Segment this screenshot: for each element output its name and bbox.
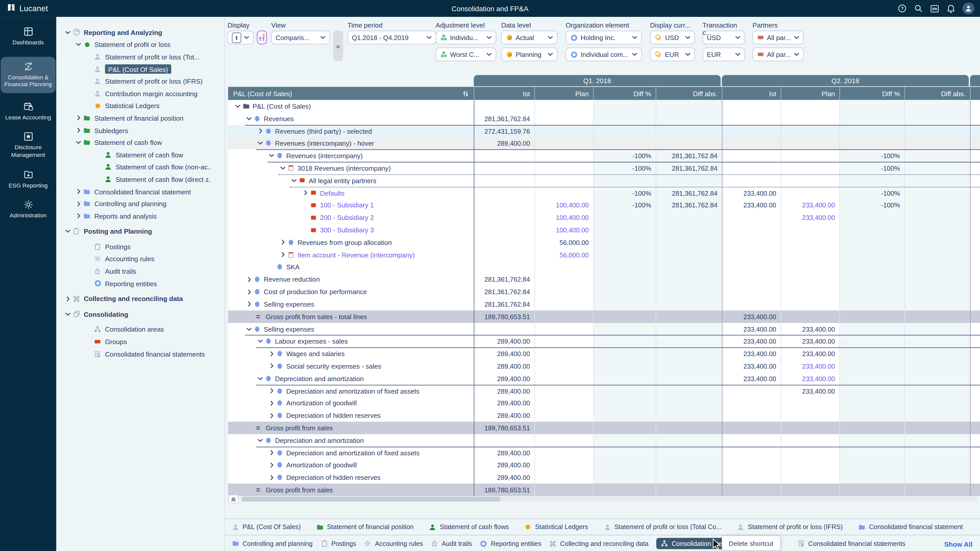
tree-item[interactable]: Statement of cash flow bbox=[56, 149, 224, 161]
cell[interactable] bbox=[781, 410, 839, 422]
table-row[interactable]: =Gross profit from sales189,780,653.51 bbox=[228, 422, 980, 434]
shortcut-item[interactable]: Statement of cash flows bbox=[429, 523, 509, 531]
shortcut-item[interactable]: Accounting rules bbox=[364, 540, 423, 548]
cell[interactable]: 100,400.00 bbox=[535, 224, 593, 236]
tree-item[interactable]: Audit trails bbox=[56, 265, 224, 277]
table-row[interactable]: Depreciation of hidden reserves289,400.0… bbox=[228, 471, 980, 484]
cell[interactable]: 233,400.00 bbox=[722, 323, 781, 335]
cell[interactable] bbox=[593, 397, 655, 410]
cell[interactable] bbox=[593, 236, 655, 249]
cell[interactable] bbox=[593, 310, 655, 323]
tree-item[interactable]: Statistical Ledgers bbox=[56, 100, 224, 112]
scrollbar-thumb[interactable] bbox=[241, 497, 501, 502]
cell[interactable]: 56,000.00 bbox=[535, 236, 593, 249]
cell[interactable]: 233,400.00 bbox=[781, 360, 839, 372]
filter-select[interactable]: All par... bbox=[752, 30, 804, 44]
cell[interactable] bbox=[593, 360, 655, 372]
chevron-right-icon[interactable] bbox=[267, 450, 275, 456]
cell[interactable]: 233,400.00 bbox=[722, 310, 781, 323]
cell[interactable] bbox=[839, 261, 904, 273]
chevron-right-icon[interactable] bbox=[74, 201, 83, 206]
tree-item[interactable]: Statement of cash flow (direct z. bbox=[56, 173, 224, 186]
cell[interactable]: 289,400.00 bbox=[474, 471, 535, 484]
cell[interactable] bbox=[593, 484, 655, 496]
cell[interactable] bbox=[904, 261, 970, 273]
shortcut-item[interactable]: Statistical Ledgers bbox=[524, 523, 588, 531]
cell[interactable] bbox=[474, 211, 535, 224]
cell[interactable]: 289,400.00 bbox=[474, 446, 535, 459]
table-row[interactable]: Depreciation and amortization of fixed a… bbox=[228, 446, 980, 459]
table-row[interactable]: Defaults-100%281,361,762.84233,400.00-10… bbox=[228, 186, 980, 199]
cell[interactable] bbox=[904, 310, 970, 323]
cell[interactable] bbox=[904, 125, 970, 137]
cell[interactable] bbox=[593, 335, 655, 348]
tree-item[interactable]: Statement of profit or loss bbox=[56, 38, 224, 51]
cell[interactable] bbox=[655, 385, 722, 397]
cell[interactable] bbox=[904, 174, 970, 187]
cell[interactable] bbox=[722, 248, 781, 261]
chevron-right-icon[interactable] bbox=[64, 296, 72, 302]
filter-select[interactable]: Q1.2018 - Q4.2019 bbox=[348, 30, 436, 44]
cell[interactable] bbox=[722, 410, 781, 422]
tree-item[interactable]: Consolidated financial statement bbox=[56, 186, 224, 198]
column-header-ist[interactable]: Ist bbox=[474, 87, 535, 100]
cell[interactable] bbox=[839, 248, 904, 261]
shortcut-item[interactable]: Postings bbox=[320, 540, 356, 548]
cell[interactable] bbox=[655, 471, 722, 484]
cell[interactable] bbox=[474, 224, 535, 236]
shortcut-item[interactable]: Controlling and planning bbox=[231, 540, 313, 548]
cell[interactable] bbox=[722, 236, 781, 249]
cell[interactable]: 281,361,762.84 bbox=[655, 186, 722, 199]
tree-item[interactable]: Accounting rules bbox=[56, 253, 224, 265]
cell[interactable]: 281,361,762.84 bbox=[474, 112, 535, 125]
cell[interactable] bbox=[839, 422, 904, 434]
cell[interactable] bbox=[839, 100, 904, 113]
cell[interactable]: 233,400.00 bbox=[722, 335, 781, 348]
cell[interactable]: -100% bbox=[839, 199, 904, 211]
cell[interactable] bbox=[722, 137, 781, 149]
cell[interactable] bbox=[655, 248, 722, 261]
tree-item[interactable]: Consolidation areas bbox=[56, 324, 224, 336]
table-row[interactable]: All legal entity partners bbox=[228, 174, 980, 187]
cell[interactable]: 289,400.00 bbox=[474, 372, 535, 385]
cell[interactable]: 272,431,159.76 bbox=[474, 125, 535, 137]
cell[interactable] bbox=[722, 100, 781, 113]
cell[interactable] bbox=[593, 385, 655, 397]
cell[interactable] bbox=[722, 459, 781, 472]
cell[interactable]: 233,400.00 bbox=[722, 360, 781, 372]
chevron-down-icon[interactable] bbox=[256, 141, 264, 145]
chevron-down-icon[interactable] bbox=[74, 141, 83, 144]
cell[interactable] bbox=[474, 186, 535, 199]
cell[interactable] bbox=[722, 471, 781, 484]
cell[interactable] bbox=[904, 286, 970, 298]
table-row[interactable]: Revenues281,361,762.84 bbox=[228, 112, 980, 125]
cell[interactable] bbox=[839, 446, 904, 459]
cell[interactable] bbox=[535, 137, 593, 149]
column-header-diff-abs[interactable]: Diff abs. bbox=[655, 87, 722, 100]
cell[interactable]: 189,780,653.51 bbox=[474, 422, 535, 434]
tree-item[interactable]: Consolidated financial statements bbox=[56, 348, 224, 360]
cell[interactable] bbox=[839, 286, 904, 298]
table-row[interactable]: Depreciation and amortization289,400.002… bbox=[228, 372, 980, 385]
chevron-right-icon[interactable] bbox=[245, 276, 253, 282]
table-row[interactable]: Social security expenses - sales289,400.… bbox=[228, 360, 980, 372]
cell[interactable] bbox=[655, 459, 722, 472]
simulation-button[interactable] bbox=[257, 30, 267, 44]
cell[interactable] bbox=[593, 459, 655, 472]
sliders-icon[interactable] bbox=[462, 89, 469, 97]
cell[interactable] bbox=[904, 372, 970, 385]
help-icon[interactable]: ? bbox=[897, 4, 907, 13]
column-header-diff-abs[interactable]: Diff abs. bbox=[904, 87, 970, 100]
view-select[interactable]: Comparis... bbox=[271, 30, 330, 44]
cell[interactable] bbox=[474, 261, 535, 273]
cell[interactable] bbox=[474, 236, 535, 249]
search-icon[interactable] bbox=[914, 4, 923, 13]
cell[interactable] bbox=[535, 286, 593, 298]
cell[interactable] bbox=[655, 261, 722, 273]
cell[interactable] bbox=[655, 273, 722, 286]
filter-select[interactable]: Individual com... bbox=[566, 48, 642, 61]
cell[interactable] bbox=[904, 273, 970, 286]
cell[interactable] bbox=[535, 149, 593, 162]
cell[interactable] bbox=[904, 100, 970, 113]
cell[interactable] bbox=[535, 125, 593, 137]
